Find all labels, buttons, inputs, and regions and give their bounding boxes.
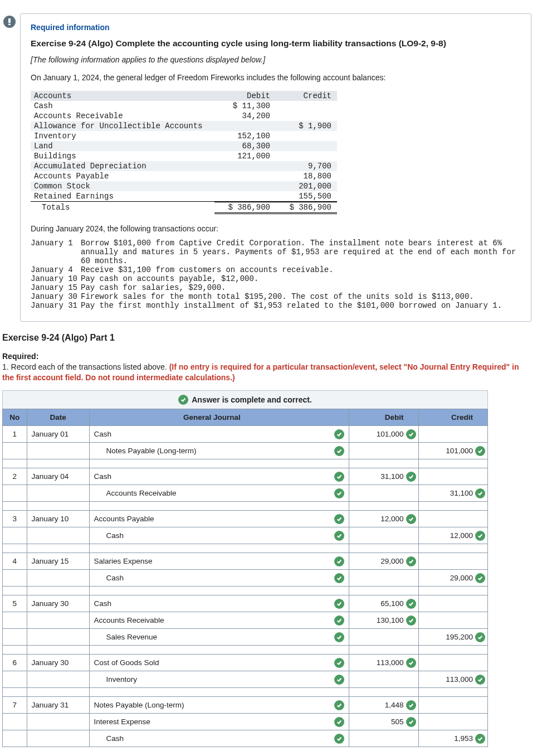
journal-debit[interactable]	[349, 527, 418, 544]
journal-credit[interactable]	[418, 426, 487, 443]
journal-debit[interactable]	[349, 443, 418, 459]
check-icon	[178, 395, 188, 405]
journal-credit[interactable]: 12,000	[418, 527, 487, 544]
journal-credit[interactable]	[418, 655, 487, 671]
journal-account[interactable]: Salaries Expense	[89, 553, 349, 570]
ledger-debit	[214, 121, 276, 131]
journal-credit[interactable]: 101,000	[418, 443, 487, 459]
check-icon	[334, 488, 344, 498]
ledger-account: Land	[31, 141, 214, 151]
check-icon	[406, 717, 416, 727]
check-icon	[406, 514, 416, 524]
journal-no	[3, 629, 27, 646]
journal-header-date: Date	[27, 409, 89, 426]
check-icon	[475, 446, 485, 456]
journal-credit[interactable]	[418, 468, 487, 485]
journal-credit[interactable]	[418, 612, 487, 629]
journal-debit[interactable]	[349, 485, 418, 502]
journal-account[interactable]: Interest Expense	[89, 714, 349, 730]
ledger-totals-credit: $ 386,900	[276, 202, 337, 214]
journal-account[interactable]: Cash	[89, 730, 349, 747]
ledger-credit: $ 1,900	[276, 121, 337, 131]
journal-date[interactable]: January 10	[27, 511, 89, 527]
journal-account[interactable]: Accounts Receivable	[89, 612, 349, 629]
ledger-debit: 34,200	[214, 111, 276, 121]
journal-account[interactable]: Accounts Receivable	[89, 485, 349, 502]
tx-text: Firework sales for the month total $195,…	[81, 292, 521, 301]
journal-account[interactable]: Accounts Payable	[89, 511, 349, 527]
journal-date[interactable]: January 31	[27, 697, 89, 714]
journal-account[interactable]: Cash	[89, 527, 349, 544]
journal-date[interactable]: January 30	[27, 595, 89, 612]
journal-date[interactable]	[27, 714, 89, 730]
check-icon	[334, 429, 344, 439]
journal-date[interactable]: January 30	[27, 655, 89, 671]
journal-date[interactable]	[27, 629, 89, 646]
check-icon	[334, 531, 344, 541]
journal-account[interactable]: Notes Payable (Long-term)	[89, 443, 349, 459]
journal-debit[interactable]: 130,100	[349, 612, 418, 629]
journal-account[interactable]: Cash	[89, 570, 349, 587]
ledger-account: Common Stock	[31, 181, 214, 191]
journal-credit[interactable]: 113,000	[418, 671, 487, 688]
journal-account[interactable]: Cash	[89, 426, 349, 443]
journal-debit[interactable]	[349, 730, 418, 747]
journal-date[interactable]: January 01	[27, 426, 89, 443]
journal-credit[interactable]: 29,000	[418, 570, 487, 587]
ledger-header-credit: Credit	[276, 91, 337, 101]
journal-debit[interactable]: 29,000	[349, 553, 418, 570]
part-title: Exercise 9-24 (Algo) Part 1	[2, 333, 537, 343]
check-icon	[406, 429, 416, 439]
ledger-credit	[276, 131, 337, 141]
check-icon	[475, 734, 485, 744]
journal-header-debit: Debit	[349, 409, 418, 426]
journal-credit[interactable]	[418, 595, 487, 612]
journal-date[interactable]	[27, 570, 89, 587]
journal-credit[interactable]	[418, 697, 487, 714]
journal-date[interactable]	[27, 730, 89, 747]
journal-credit[interactable]	[418, 553, 487, 570]
journal-date[interactable]	[27, 671, 89, 688]
check-icon	[334, 658, 344, 668]
journal-date[interactable]	[27, 612, 89, 629]
ledger-debit: 121,000	[214, 151, 276, 161]
ledger-table: Accounts Debit Credit Cash $ 11,300 Acco…	[31, 91, 337, 214]
check-icon	[334, 717, 344, 727]
journal-no: 5	[3, 595, 27, 612]
journal-account[interactable]: Notes Payable (Long-term)	[89, 697, 349, 714]
tx-text: Borrow $101,000 from Captive Credit Corp…	[81, 239, 521, 265]
journal-debit[interactable]: 1,448	[349, 697, 418, 714]
journal-no	[3, 730, 27, 747]
journal-date[interactable]	[27, 527, 89, 544]
journal-account[interactable]: Cash	[89, 595, 349, 612]
journal-date[interactable]	[27, 443, 89, 459]
ledger-credit: 18,800	[276, 171, 337, 181]
answer-section: Answer is complete and correct. No Date …	[2, 390, 537, 747]
journal-debit[interactable]: 505	[349, 714, 418, 730]
tx-date: January 30	[31, 292, 81, 301]
journal-account[interactable]: Inventory	[89, 671, 349, 688]
journal-date[interactable]	[27, 485, 89, 502]
journal-debit[interactable]	[349, 671, 418, 688]
journal-debit[interactable]: 101,000	[349, 426, 418, 443]
journal-debit[interactable]: 31,100	[349, 468, 418, 485]
journal-date[interactable]: January 15	[27, 553, 89, 570]
ledger-debit	[214, 191, 276, 202]
journal-credit[interactable]	[418, 714, 487, 730]
journal-credit[interactable]: 195,200	[418, 629, 487, 646]
journal-debit[interactable]	[349, 570, 418, 587]
journal-account[interactable]: Cost of Goods Sold	[89, 655, 349, 671]
journal-credit[interactable]	[418, 511, 487, 527]
journal-account[interactable]: Cash	[89, 468, 349, 485]
journal-credit[interactable]: 1,953	[418, 730, 487, 747]
journal-debit[interactable]: 65,100	[349, 595, 418, 612]
required-body-prefix: 1. Record each of the transactions liste…	[2, 362, 169, 371]
journal-credit[interactable]: 31,100	[418, 485, 487, 502]
journal-no	[3, 671, 27, 688]
journal-debit[interactable]	[349, 629, 418, 646]
journal-date[interactable]: January 04	[27, 468, 89, 485]
journal-debit[interactable]: 12,000	[349, 511, 418, 527]
journal-account[interactable]: Sales Revenue	[89, 629, 349, 646]
journal-debit[interactable]: 113,000	[349, 655, 418, 671]
check-icon	[475, 531, 485, 541]
